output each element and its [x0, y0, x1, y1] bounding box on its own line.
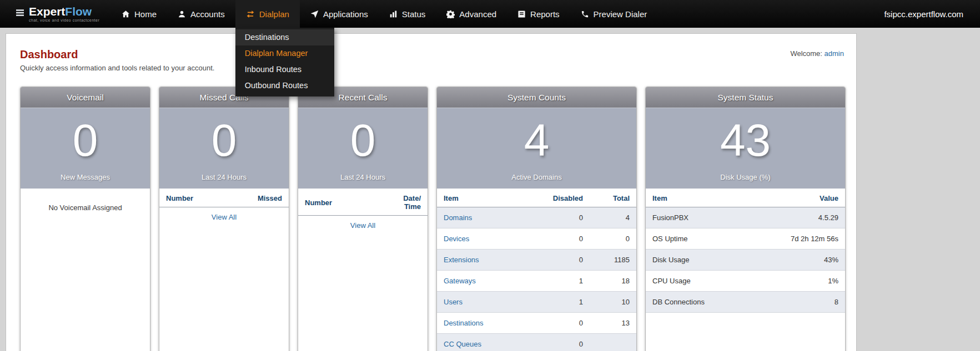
total-value: 4 [590, 207, 636, 228]
system-counts-table: Item Disabled Total Domains 0 4 Devices … [437, 189, 636, 351]
disabled-value: 0 [539, 334, 590, 351]
system-counts-panel-title: System Counts [437, 87, 636, 108]
count-item-link-extensions[interactable]: Extensions [444, 256, 479, 264]
voicemail-stat: 0 New Messages [21, 108, 150, 189]
top-navbar: ExpertFlow chat, voice and video contact… [0, 0, 980, 28]
table-row: Users 1 10 [437, 292, 636, 313]
server-domain-label: fsipcc.expertflow.com [884, 9, 963, 19]
status-value: 4.5.29 [749, 207, 845, 228]
column-header-missed: Missed [227, 189, 289, 207]
total-value: 10 [590, 292, 636, 313]
total-value [590, 334, 636, 351]
table-row: CPU Usage 1% [646, 271, 845, 292]
disabled-value: 0 [539, 313, 590, 334]
nav-item-label: Preview Dialer [594, 9, 647, 19]
disabled-value: 0 [539, 250, 590, 271]
count-item-link-destinations[interactable]: Destinations [444, 319, 484, 327]
logo-text: ExpertFlow [29, 5, 92, 18]
table-row: DB Connections 8 [646, 292, 845, 313]
count-item-link-cc-queues[interactable]: CC Queues [444, 340, 481, 348]
count-item-link-users[interactable]: Users [444, 298, 463, 306]
dropdown-item-inbound-routes[interactable]: Inbound Routes [235, 62, 334, 78]
home-icon [122, 10, 130, 18]
user-icon [178, 10, 186, 18]
status-item: OS Uptime [646, 228, 749, 250]
page-title: Dashboard [20, 48, 214, 61]
column-header-number: Number [298, 189, 396, 216]
paper-plane-icon [310, 10, 319, 18]
voicemail-panel: Voicemail 0 New Messages No Voicemail As… [20, 87, 150, 351]
table-row: Domains 0 4 [437, 207, 636, 228]
status-value: 7d 2h 12m 56s [749, 228, 845, 250]
column-header-item: Item [646, 189, 749, 207]
table-row: Destinations 0 13 [437, 313, 636, 334]
nav-item-preview-dialer[interactable]: Preview Dialer [570, 0, 658, 28]
nav-item-home[interactable]: Home [111, 0, 167, 28]
dashboard-panels: Voicemail 0 New Messages No Voicemail As… [6, 87, 856, 351]
table-row: FusionPBX 4.5.29 [646, 207, 845, 228]
expertflow-logo[interactable]: ExpertFlow chat, voice and video contact… [16, 6, 111, 22]
dropdown-item-destinations[interactable]: Destinations [235, 29, 334, 45]
count-item-link-domains[interactable]: Domains [444, 213, 472, 222]
table-row: OS Uptime 7d 2h 12m 56s [646, 228, 845, 250]
recent-calls-panel: Recent Calls 0 Last 24 Hours Number Date… [298, 87, 428, 351]
dropdown-item-outbound-routes[interactable]: Outbound Routes [235, 78, 334, 94]
welcome-user-link[interactable]: admin [825, 49, 844, 58]
nav-item-applications[interactable]: Applications [300, 0, 379, 28]
system-status-panel-title: System Status [646, 87, 845, 108]
disabled-value: 0 [539, 228, 590, 250]
nav-item-label: Accounts [190, 9, 225, 19]
dropdown-item-dialplan-manager[interactable]: Dialplan Manager [235, 45, 334, 62]
column-header-total: Total [590, 189, 636, 207]
recent-calls-count-label: Last 24 Hours [298, 170, 428, 189]
dashboard-page: Dashboard Quickly access information and… [6, 33, 857, 351]
phone-icon [581, 10, 589, 18]
nav-item-status[interactable]: Status [379, 0, 436, 28]
recent-calls-stat: 0 Last 24 Hours [298, 108, 428, 189]
system-status-stat: 43 Disk Usage (%) [646, 108, 845, 189]
table-row: Devices 0 0 [437, 228, 636, 250]
missed-calls-stat: 0 Last 24 Hours [159, 108, 289, 189]
table-row: Disk Usage 43% [646, 250, 845, 271]
welcome-label: Welcome: [790, 49, 822, 58]
count-item-link-gateways[interactable]: Gateways [444, 277, 476, 285]
missed-calls-count: 0 [159, 110, 289, 170]
status-item: DB Connections [646, 292, 749, 313]
main-menu: Home Accounts Dialplan Destinations Dial… [111, 0, 657, 28]
nav-item-accounts[interactable]: Accounts [167, 0, 235, 28]
status-value: 8 [749, 292, 845, 313]
status-item: Disk Usage [646, 250, 749, 271]
nav-item-label: Dialplan [259, 9, 289, 19]
page-header: Dashboard Quickly access information and… [20, 48, 214, 72]
status-value: 1% [749, 271, 845, 292]
column-header-item: Item [437, 189, 539, 207]
disabled-value: 1 [539, 292, 590, 313]
disk-usage-label: Disk Usage (%) [646, 170, 845, 189]
column-header-disabled: Disabled [539, 189, 590, 207]
table-row: CC Queues 0 [437, 334, 636, 351]
count-item-link-devices[interactable]: Devices [444, 235, 469, 243]
column-header-datetime: Date/ Time [396, 189, 428, 216]
recent-calls-view-all-link[interactable]: View All [298, 216, 428, 235]
system-counts-panel: System Counts 4 Active Domains Item Disa… [436, 87, 637, 351]
column-header-number: Number [159, 189, 227, 207]
bar-chart-icon [389, 10, 398, 18]
active-domains-label: Active Domains [437, 170, 636, 189]
gear-icon [446, 10, 455, 18]
nav-item-reports[interactable]: Reports [507, 0, 570, 28]
column-header-value: Value [749, 189, 845, 207]
dialplan-dropdown-menu: Destinations Dialplan Manager Inbound Ro… [235, 28, 334, 96]
welcome-text: Welcome: admin [790, 49, 844, 58]
disk-usage-count: 43 [646, 110, 845, 170]
nav-item-dialplan[interactable]: Dialplan Destinations Dialplan Manager I… [235, 0, 300, 28]
voicemail-empty-message: No Voicemail Assigned [21, 189, 150, 212]
missed-calls-view-all-link[interactable]: View All [159, 207, 289, 227]
total-value: 1185 [590, 250, 636, 271]
nav-item-label: Status [402, 9, 426, 19]
missed-calls-panel: Missed Calls 0 Last 24 Hours Number Miss… [159, 87, 289, 351]
nav-item-label: Reports [530, 9, 560, 19]
nav-item-advanced[interactable]: Advanced [436, 0, 507, 28]
system-status-panel: System Status 43 Disk Usage (%) Item Val… [645, 87, 846, 351]
recent-calls-count: 0 [298, 110, 428, 170]
system-status-table: Item Value FusionPBX 4.5.29 OS Uptime 7d… [646, 189, 845, 313]
